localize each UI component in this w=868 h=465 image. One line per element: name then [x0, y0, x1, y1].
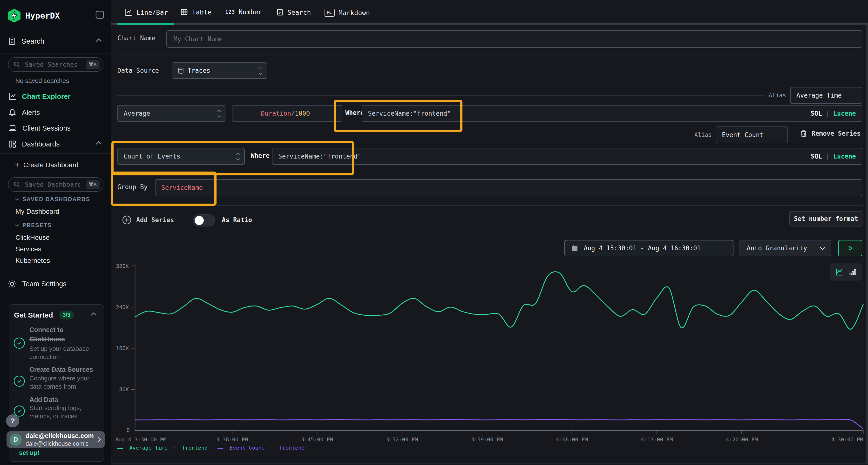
- sidebar-collapse-button[interactable]: [94, 10, 105, 20]
- add-series-button[interactable]: Add Series: [122, 215, 174, 225]
- svg-text:Aug 4 3:30:00 PM: Aug 4 3:30:00 PM: [115, 437, 166, 442]
- table-icon: [180, 8, 188, 16]
- series1-aggregation-select[interactable]: Average: [117, 105, 225, 122]
- chart-name-field[interactable]: [166, 30, 862, 48]
- help-button[interactable]: ?: [6, 414, 19, 427]
- svg-text:3:38:00 PM: 3:38:00 PM: [216, 437, 248, 442]
- svg-text:0: 0: [127, 427, 130, 433]
- search-icon: [13, 181, 21, 188]
- search-doc-icon: [276, 8, 283, 16]
- series1-formula-field[interactable]: Duration/1000: [232, 105, 342, 122]
- chart-canvas[interactable]: 080K160K240K320KAug 4 3:30:00 PM3:38:00 …: [111, 261, 868, 446]
- series1-where-label: Where: [345, 109, 364, 117]
- series2-aggregation-select[interactable]: Count of Events: [117, 148, 245, 165]
- saved-dashboards-input[interactable]: [24, 181, 81, 189]
- no-saved-searches-text: No saved searches: [16, 77, 69, 85]
- time-range-picker[interactable]: Aug 4 15:30:01 - Aug 4 16:30:01: [564, 240, 734, 256]
- set-number-format-label: Set number format: [794, 215, 858, 222]
- tab-line-bar[interactable]: Line/Bar: [124, 8, 168, 16]
- sidebar-item-alerts[interactable]: Alerts: [8, 108, 40, 117]
- legend-item-event-count[interactable]: Event Count · frontend: [217, 445, 305, 451]
- lucene-mode-button[interactable]: Lucene: [833, 110, 856, 117]
- svg-text:4:20:00 PM: 4:20:00 PM: [726, 437, 757, 442]
- as-ratio-label: As Ratio: [222, 217, 252, 224]
- sql-mode-button[interactable]: SQL: [811, 110, 822, 117]
- saved-searches-search[interactable]: ⌘K: [8, 57, 103, 72]
- tab-search[interactable]: Search: [276, 8, 311, 16]
- series1-where-value: ServiceName:"frontend": [368, 110, 451, 117]
- set-number-format-button[interactable]: Set number format: [789, 211, 863, 227]
- saved-dashboards-search[interactable]: ⌘K: [8, 177, 103, 192]
- chart-name-input[interactable]: [173, 35, 834, 43]
- series1-alias-field[interactable]: Average Time: [790, 87, 862, 104]
- legend-item-average-time[interactable]: Average Time · frontend: [117, 445, 208, 451]
- remove-series-label: Remove Series: [812, 130, 861, 137]
- sidebar-item-services[interactable]: Services: [16, 245, 41, 253]
- divider: [117, 95, 765, 96]
- divider: [117, 54, 863, 55]
- logo[interactable]: HyperDX: [8, 9, 60, 23]
- get-started-step-title[interactable]: Connect to ClickHouse: [29, 325, 90, 344]
- sidebar-item-chart-explorer[interactable]: Chart Explorer: [8, 92, 70, 101]
- tab-markdown[interactable]: M↓ Markdown: [324, 9, 370, 17]
- create-dashboard-button[interactable]: + Create Dashboard: [15, 161, 79, 169]
- divider: [117, 135, 689, 135]
- chevron-up-icon: [96, 141, 101, 147]
- tab-table[interactable]: Table: [180, 8, 212, 16]
- granularity-select[interactable]: Auto Granularity: [740, 240, 831, 256]
- saved-dashboards-section-header[interactable]: SAVED DASHBOARDS: [16, 196, 90, 203]
- toggle-knob: [194, 216, 204, 225]
- group-by-field[interactable]: ServiceName: [155, 179, 862, 196]
- sidebar-item-dashboards[interactable]: Dashboards: [8, 140, 103, 148]
- logo-text: HyperDX: [25, 11, 60, 21]
- sidebar-item-client-sessions[interactable]: Client Sessions: [8, 124, 71, 133]
- sidebar-item-team-settings[interactable]: Team Settings: [7, 279, 66, 289]
- get-started-step-title[interactable]: Add Data: [29, 395, 90, 404]
- svg-text:4:06:00 PM: 4:06:00 PM: [556, 437, 588, 442]
- run-query-button[interactable]: [838, 240, 862, 256]
- chevron-right-icon: [95, 437, 101, 442]
- mode-separator: |: [826, 153, 830, 160]
- tab-label: Markdown: [339, 9, 370, 16]
- lucene-mode-button[interactable]: Lucene: [833, 153, 856, 160]
- create-dashboard-label: Create Dashboard: [23, 161, 79, 169]
- time-range-value: Aug 4 15:30:01 - Aug 4 16:30:01: [584, 244, 701, 252]
- series2-where-value: ServiceName:"frontend": [278, 153, 361, 160]
- sidebar-section-search[interactable]: Search: [8, 37, 103, 46]
- sql-mode-button[interactable]: SQL: [811, 153, 822, 160]
- get-started-step-desc: Configure where your data comes from: [29, 374, 90, 391]
- user-menu[interactable]: D dale@clickhouse.com dale@clickhouse.co…: [6, 431, 105, 448]
- sidebar-item-my-dashboard[interactable]: My Dashboard: [16, 208, 59, 215]
- sidebar-client-sessions-label: Client Sessions: [23, 124, 71, 132]
- series2-where-field[interactable]: ServiceName:"frontend" SQL | Lucene: [272, 148, 862, 165]
- command-k-badge: ⌘K: [86, 60, 100, 69]
- code-operator-token: /: [291, 110, 295, 117]
- sidebar-item-kubernetes[interactable]: Kubernetes: [16, 257, 50, 265]
- sidebar-chart-explorer-label: Chart Explorer: [22, 93, 70, 100]
- timeseries-chart[interactable]: 080K160K240K320KAug 4 3:30:00 PM3:38:00 …: [111, 261, 868, 446]
- data-source-select[interactable]: Traces: [172, 62, 267, 79]
- legend-group-name: frontend: [279, 445, 305, 451]
- get-started-step-title[interactable]: Create Data Sources: [29, 365, 102, 374]
- remove-series-button[interactable]: Remove Series: [800, 129, 861, 138]
- series1-where-field[interactable]: ServiceName:"frontend" SQL | Lucene: [362, 105, 862, 122]
- legend-group-name: frontend: [182, 445, 208, 451]
- calendar-icon: [571, 244, 579, 252]
- saved-searches-input[interactable]: [24, 61, 81, 68]
- series2-alias-field[interactable]: Event Count: [716, 127, 788, 143]
- tab-number[interactable]: 123 Number: [225, 8, 262, 16]
- add-series-label: Add Series: [136, 217, 174, 224]
- command-k-badge: ⌘K: [86, 180, 100, 189]
- as-ratio-toggle[interactable]: [193, 214, 215, 227]
- legend-series-name: Average Time: [129, 445, 167, 451]
- sidebar-search-label: Search: [22, 37, 44, 45]
- data-source-label: Data Source: [117, 67, 159, 74]
- scrollbar[interactable]: [866, 25, 868, 464]
- select-updown-icon: [217, 110, 220, 117]
- plus-circle-icon: [122, 215, 132, 225]
- chevron-up-icon: [96, 38, 101, 44]
- get-started-step-desc: Start sending logs, metrics, or traces: [29, 404, 90, 420]
- sidebar-item-clickhouse[interactable]: ClickHouse: [16, 234, 50, 241]
- presets-section-header[interactable]: PRESETS: [16, 222, 52, 229]
- chevron-up-icon[interactable]: [91, 312, 96, 318]
